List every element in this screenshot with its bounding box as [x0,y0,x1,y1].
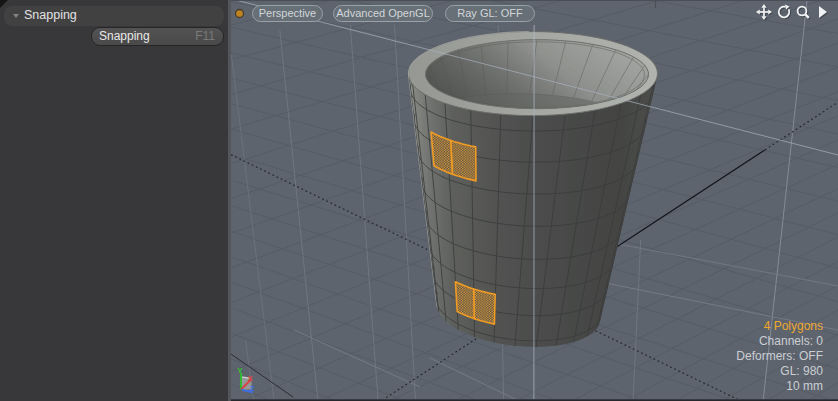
svg-text:X: X [248,374,254,383]
svg-text:Z: Z [250,384,255,393]
svg-text:Y: Y [237,366,243,375]
